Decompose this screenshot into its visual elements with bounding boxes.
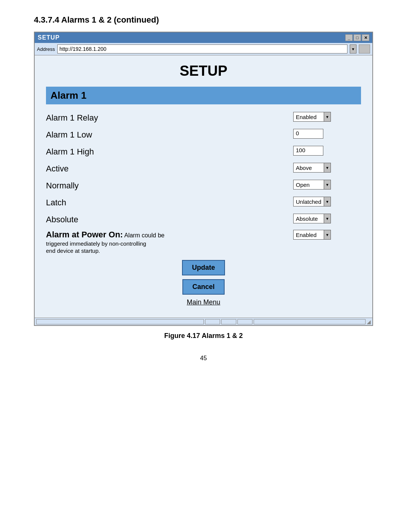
label-alarm1-relay: Alarm 1 Relay (46, 112, 293, 123)
setup-title: SETUP (46, 63, 361, 79)
address-dropdown-arrow[interactable]: ▼ (350, 44, 357, 54)
form-row-power-on: Alarm at Power On: Alarm could be trigge… (46, 230, 361, 254)
resize-handle-icon: ◢ (367, 319, 371, 325)
label-alarm1-high: Alarm 1 High (46, 146, 293, 157)
control-active: Above ▼ (293, 163, 361, 173)
select-alarm1-relay[interactable]: Enabled ▼ (293, 112, 331, 122)
status-seg-3 (221, 319, 236, 324)
address-go-button[interactable] (359, 44, 370, 54)
select-active[interactable]: Above ▼ (293, 163, 331, 173)
form-row-latch: Latch Unlatched ▼ (46, 196, 361, 208)
status-seg-5 (254, 319, 366, 324)
select-arrow-active: ▼ (324, 163, 330, 172)
label-alarm1-low: Alarm 1 Low (46, 129, 293, 140)
address-input[interactable]: http://192.168.1.200 (57, 44, 347, 54)
select-normally[interactable]: Open ▼ (293, 180, 331, 190)
maximize-button[interactable]: □ (353, 34, 361, 41)
status-seg-4 (237, 319, 252, 324)
label-active: Active (46, 163, 293, 174)
browser-window: SETUP _ □ ✕ Address http://192.168.1.200… (34, 32, 373, 326)
form-row-absolute: Absolute Absolute ▼ (46, 213, 361, 225)
control-power-on: Enabled ▼ (293, 230, 361, 240)
buttons-area: Update Cancel Main Menu (46, 260, 361, 306)
select-arrow-absolute: ▼ (324, 214, 330, 223)
form-row-alarm1-relay: Alarm 1 Relay Enabled ▼ (46, 111, 361, 124)
alarm-section-header: Alarm 1 (46, 87, 361, 104)
control-absolute: Absolute ▼ (293, 214, 361, 223)
browser-statusbar: ◢ (35, 318, 372, 325)
browser-content: SETUP Alarm 1 Alarm 1 Relay Enabled ▼ (35, 55, 372, 318)
main-menu-link[interactable]: Main Menu (187, 298, 220, 306)
control-latch: Unlatched ▼ (293, 197, 361, 206)
form-row-active: Active Above ▼ (46, 162, 361, 174)
input-alarm1-low[interactable]: 0 (293, 129, 323, 139)
form-row-alarm1-high: Alarm 1 High 100 (46, 145, 361, 157)
browser-titlebar: SETUP _ □ ✕ (35, 32, 372, 43)
select-power-on[interactable]: Enabled ▼ (293, 230, 331, 240)
status-seg-1 (36, 319, 204, 324)
form-row-alarm1-low: Alarm 1 Low 0 (46, 128, 361, 141)
browser-addressbar: Address http://192.168.1.200 ▼ (35, 43, 372, 55)
select-arrow-power-on: ▼ (324, 230, 330, 239)
page-number: 45 (34, 355, 373, 362)
section-heading: 4.3.7.4 Alarms 1 & 2 (continued) (34, 15, 373, 25)
select-arrow-normally: ▼ (324, 180, 330, 189)
select-arrow-alarm1-relay: ▼ (324, 112, 330, 121)
label-normally: Normally (46, 180, 293, 191)
control-alarm1-low: 0 (293, 129, 361, 139)
status-seg-2 (205, 319, 220, 324)
select-latch[interactable]: Unlatched ▼ (293, 197, 331, 206)
control-alarm1-relay: Enabled ▼ (293, 112, 361, 122)
cancel-button[interactable]: Cancel (182, 279, 224, 295)
select-arrow-latch: ▼ (324, 197, 330, 206)
form-table: Alarm 1 Relay Enabled ▼ Alarm 1 Low (46, 111, 361, 254)
address-label: Address (37, 46, 55, 52)
label-absolute: Absolute (46, 214, 293, 225)
input-alarm1-high[interactable]: 100 (293, 146, 323, 156)
browser-title: SETUP (38, 34, 60, 41)
page-content: 4.3.7.4 Alarms 1 & 2 (continued) SETUP _… (34, 15, 373, 362)
close-button[interactable]: ✕ (362, 34, 369, 41)
figure-caption: Figure 4.17 Alarms 1 & 2 (34, 332, 373, 340)
control-alarm1-high: 100 (293, 146, 361, 156)
minimize-button[interactable]: _ (345, 34, 353, 41)
select-absolute[interactable]: Absolute ▼ (293, 214, 331, 223)
label-latch: Latch (46, 197, 293, 208)
control-normally: Open ▼ (293, 180, 361, 190)
label-power-on: Alarm at Power On: Alarm could be trigge… (46, 230, 293, 254)
form-row-normally: Normally Open ▼ (46, 179, 361, 191)
update-button[interactable]: Update (182, 260, 225, 275)
window-controls: _ □ ✕ (345, 34, 369, 41)
